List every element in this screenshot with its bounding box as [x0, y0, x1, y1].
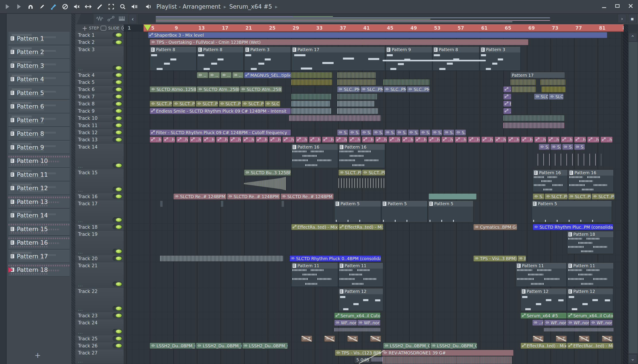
- clip-slctd-re-124bpm[interactable]: SLCTD Re..# 124BPM: [174, 194, 226, 200]
- clip-h[interactable]: ..h: [455, 136, 467, 142]
- pattern-rack-item[interactable]: Pattern 8: [9, 127, 70, 140]
- clip-r[interactable]: ..r: [532, 320, 544, 326]
- scroll-left-button[interactable]: ‹: [129, 14, 137, 24]
- track-header[interactable]: Track 12: [75, 129, 124, 136]
- track-size-grip[interactable]: ...: [78, 359, 83, 363]
- clip-h[interactable]: ..h: [163, 136, 175, 142]
- pattern-rack-item[interactable]: Pattern 17: [9, 250, 70, 262]
- pattern-clip-stub[interactable]: [221, 200, 224, 207]
- pattern-clip-stub[interactable]: [281, 200, 284, 207]
- pattern-stripe-clip[interactable]: [289, 115, 381, 121]
- clip-h[interactable]: ..h: [402, 136, 414, 142]
- track-name[interactable]: Track 2: [78, 40, 95, 45]
- clip-h[interactable]: ..h: [230, 136, 241, 142]
- clip-s[interactable]: S..: [574, 144, 585, 150]
- clip-h[interactable]: ..h: [216, 136, 228, 142]
- midi-clip[interactable]: Pattern 16: [338, 144, 385, 168]
- track-name[interactable]: Track 7: [78, 94, 95, 100]
- timeline-ruler[interactable]: 1591317212529333741454953576165697377818…: [124, 24, 623, 32]
- midi-clip[interactable]: Pattern 12: [521, 288, 567, 311]
- clip-slctd-bu-3-125bpm[interactable]: SLCTD Bu..3 125BPM: [244, 170, 291, 176]
- midi-clip[interactable]: Pattern 5: [381, 200, 428, 222]
- clip-h[interactable]: ..h: [495, 136, 507, 142]
- pattern-rack-item[interactable]: Pattern 1: [9, 32, 70, 45]
- playhead-marker[interactable]: [144, 25, 151, 31]
- midi-clip[interactable]: Pattern 18: [567, 231, 614, 254]
- track-header[interactable]: Track 23: [75, 312, 124, 319]
- clip-h[interactable]: ..h: [521, 136, 533, 142]
- clip-effectra-ted-mix[interactable]: EffectRa..ted) - Mix: [521, 343, 567, 349]
- track-header[interactable]: Track 5: [75, 79, 124, 86]
- track-mute-led[interactable]: [113, 137, 122, 142]
- scroll-up-button[interactable]: ⌃: [628, 33, 637, 42]
- clip-h[interactable]: ..h: [508, 136, 520, 142]
- track-mute-led[interactable]: [113, 80, 122, 84]
- pattern-rack-item[interactable]: Pattern 5: [9, 86, 70, 99]
- clip-s[interactable]: S..: [361, 130, 372, 136]
- clip-wf-nor[interactable]: WF..nor: [590, 320, 612, 326]
- clip-h[interactable]: ..h: [587, 136, 599, 142]
- clip-endless-smile-slctd-rhythm-pluck-09-c-124bpm-intensit[interactable]: Endless Smile - SLCTD Rhythm Pluck 09 C#…: [150, 108, 291, 114]
- clip-[interactable]: ..: [221, 72, 232, 78]
- clip-h[interactable]: ..h: [243, 136, 255, 142]
- track-mute-led[interactable]: [113, 32, 122, 38]
- clip-h[interactable]: ..h: [561, 136, 573, 142]
- clip-slct-pm[interactable]: SLCT..PM: [150, 101, 172, 107]
- track-header[interactable]: Track 15...: [75, 169, 124, 193]
- track-name[interactable]: Track 25: [78, 336, 98, 342]
- clip-s[interactable]: S..: [337, 130, 348, 136]
- clip-pattern-17[interactable]: Pattern 17: [510, 72, 565, 78]
- clip-h[interactable]: ..h: [481, 136, 493, 142]
- midi-clip[interactable]: Pattern 11: [567, 262, 614, 287]
- clip-e[interactable]: E..: [503, 101, 511, 107]
- clip-shaperbox-3-mix-level[interactable]: ShaperBox 3 - Mix level: [148, 32, 607, 38]
- clip-filter-slctd-rhythm-pluck-09-c-124bpm-cutoff-frequency[interactable]: Filter - SLCTD Rhythm Pluck 09 C# 124BPM…: [150, 130, 291, 136]
- track-header[interactable]: Track 14...: [75, 144, 124, 169]
- track-name[interactable]: Track 19: [78, 232, 98, 237]
- zoom-icon[interactable]: [118, 2, 128, 12]
- track-size-grip[interactable]: ...: [78, 66, 83, 71]
- track-name[interactable]: Track 6: [78, 87, 95, 92]
- midi-clip[interactable]: Pattern 5: [428, 200, 473, 222]
- clip-t[interactable]: ..t: [503, 108, 511, 114]
- clip-s[interactable]: S..: [562, 144, 573, 150]
- mute-icon[interactable]: [72, 2, 82, 12]
- automation-icon[interactable]: [107, 16, 115, 22]
- pattern-rack-item[interactable]: Pattern 13: [9, 195, 70, 208]
- midi-clip[interactable]: Pattern 8: [433, 46, 479, 71]
- track-size-grip[interactable]: ...: [78, 330, 83, 334]
- track-size-grip[interactable]: ...: [78, 218, 83, 223]
- midi-clip[interactable]: Pattern 3: [480, 46, 521, 71]
- track-header[interactable]: Track 1: [75, 32, 124, 39]
- clip-h[interactable]: ..h: [322, 136, 334, 142]
- track-name[interactable]: Track 4: [78, 72, 95, 78]
- track-name[interactable]: Track 8: [78, 101, 95, 106]
- pattern-stripe-clip[interactable]: [337, 72, 376, 78]
- clip-slct-pm[interactable]: SLCT..PM: [338, 170, 362, 176]
- track-mute-led[interactable]: [113, 256, 122, 261]
- pattern-rack-item[interactable]: Pattern 7: [9, 114, 70, 126]
- clip-lssh2-du-0bpm-g[interactable]: LSSH2_Du..0BPM_G#: [383, 343, 430, 349]
- track-header[interactable]: Track 7: [75, 93, 124, 100]
- scroll-right-button[interactable]: ›: [618, 14, 626, 23]
- track-size-grip[interactable]: ...: [78, 164, 83, 168]
- track-mute-led[interactable]: [113, 87, 122, 92]
- clip-h[interactable]: ..h: [335, 136, 347, 142]
- clip-s[interactable]: S..: [396, 130, 407, 136]
- track-header[interactable]: Track 22...: [75, 288, 124, 312]
- track-header[interactable]: Track 9: [75, 108, 124, 115]
- pattern-rack-item[interactable]: Pattern 16: [9, 236, 70, 249]
- select-icon[interactable]: [106, 2, 116, 12]
- clip-h[interactable]: ..h: [203, 136, 215, 142]
- midi-clip[interactable]: Pattern 17: [291, 46, 385, 71]
- pattern-stripe-clip[interactable]: [291, 108, 332, 114]
- track-mute-led[interactable]: [113, 187, 122, 192]
- clip-[interactable]: ..: [209, 72, 220, 78]
- clip-y[interactable]: ..y: [503, 86, 511, 92]
- clip-h[interactable]: ..h: [375, 136, 387, 142]
- track-header[interactable]: Track 8: [75, 100, 124, 108]
- track-name[interactable]: Track 3: [78, 47, 95, 52]
- track-mute-led[interactable]: [113, 194, 122, 199]
- track-name[interactable]: Track 24: [78, 320, 98, 326]
- track-header[interactable]: Track 26: [75, 342, 124, 350]
